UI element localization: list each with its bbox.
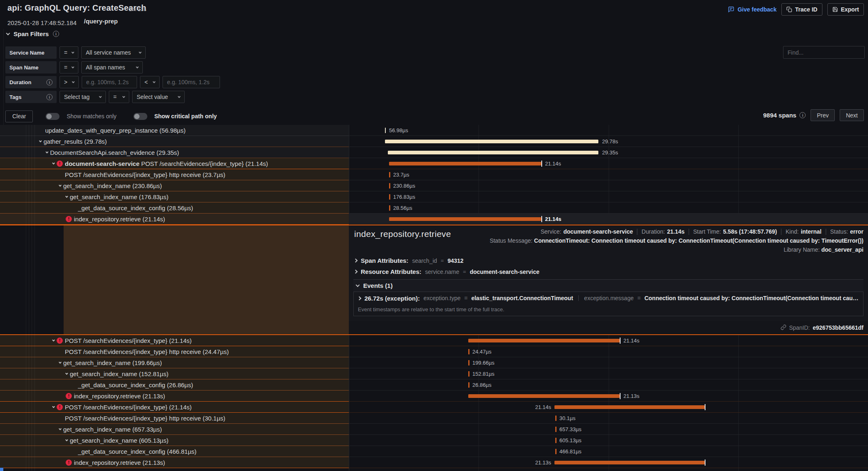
span-row[interactable]: POST /searchEvidences/{index_type} http … — [0, 169, 868, 180]
span-name-cell[interactable]: get_search_index_name (657.33µs) — [0, 424, 349, 435]
chevron-down-icon[interactable] — [65, 438, 68, 441]
span-timeline-cell[interactable]: 28.56µs — [349, 202, 868, 214]
span-name-cell[interactable]: get_search_index_name (176.83µs) — [0, 191, 349, 202]
span-row[interactable]: _get_data_source_index_config (466.81µs)… — [0, 446, 868, 457]
duration-bar[interactable] — [554, 405, 705, 409]
find-input[interactable] — [783, 46, 865, 59]
span-timeline-cell[interactable]: 176.83µs — [349, 191, 868, 202]
span-name-cell[interactable]: !POST /searchEvidences/{index_type} (21.… — [0, 402, 349, 413]
chevron-down-icon[interactable] — [39, 139, 42, 142]
duration-bar[interactable] — [385, 140, 598, 143]
span-row[interactable]: get_search_index_name (230.86µs)230.86µs — [0, 180, 868, 191]
span-row[interactable]: !POST /searchEvidences/{index_type} (21.… — [0, 402, 868, 413]
clear-filters-button[interactable]: Clear — [5, 110, 33, 122]
span-timeline-cell[interactable]: 199.66µs — [349, 357, 868, 368]
span-timeline-cell[interactable]: 29.78s — [349, 136, 868, 147]
duration-max-input[interactable]: e.g. 100ms, 1.2s — [163, 76, 220, 88]
give-feedback-link[interactable]: Give feedback — [728, 6, 776, 13]
duration-bar[interactable] — [468, 339, 620, 342]
duration-tick[interactable] — [555, 427, 557, 432]
span-timeline-cell[interactable]: 21.13s — [349, 457, 868, 468]
span-name-cell[interactable]: POST /searchEvidences/{index_type} http … — [0, 346, 349, 357]
span-name-cell[interactable]: _get_data_source_index_config (466.81µs) — [0, 446, 349, 457]
duration-tick[interactable] — [389, 183, 390, 188]
resource-attributes-row[interactable]: Resource Attributes: service.name=docume… — [354, 268, 539, 275]
show-critical-path-toggle[interactable] — [133, 113, 147, 120]
span-timeline-cell[interactable]: 30.1µs — [349, 413, 868, 424]
span-timeline-cell[interactable]: 466.81µs — [349, 446, 868, 457]
span-name-cell[interactable]: !index_repository.retrieve (21.13s) — [0, 391, 349, 402]
span-name-cell[interactable]: _get_data_source_index_config (26.86µs) — [0, 379, 349, 391]
duration-tick[interactable] — [468, 371, 469, 377]
duration-bar[interactable] — [389, 162, 541, 165]
chevron-down-icon[interactable] — [65, 195, 68, 198]
duration-tick[interactable] — [389, 194, 390, 200]
span-timeline-cell[interactable]: 605.13µs — [349, 435, 868, 446]
span-row[interactable]: update_dates_with_query_prep_instance (5… — [0, 125, 868, 136]
span-timeline-cell[interactable]: 21.14s — [349, 402, 868, 413]
duration-bar[interactable] — [468, 394, 620, 398]
next-match-button[interactable]: Next — [840, 109, 864, 121]
chevron-down-icon[interactable] — [52, 161, 55, 164]
span-row[interactable]: get_search_index_name (152.81µs)152.81µs — [0, 368, 868, 379]
duration-tick[interactable] — [555, 416, 557, 421]
span-name-cell[interactable]: _get_data_source_index_config (28.56µs) — [0, 202, 349, 214]
duration-tick[interactable] — [555, 449, 557, 454]
chevron-down-icon[interactable] — [65, 372, 68, 375]
span-name-cell[interactable]: gather_results (29.78s) — [0, 136, 349, 147]
span-timeline-cell[interactable]: 152.81µs — [349, 368, 868, 379]
span-name-cell[interactable]: POST /searchEvidences/{index_type} http … — [0, 413, 349, 424]
span-row[interactable]: !document-search-service POST /searchEvi… — [0, 158, 868, 169]
span-name-cell[interactable]: get_search_index_name (152.81µs) — [0, 368, 349, 379]
span-name-cell[interactable]: POST /searchEvidences/{index_type} http … — [0, 169, 349, 180]
span-row[interactable]: !POST /searchEvidences/{index_type} (21.… — [0, 335, 868, 346]
span-row[interactable]: DocumentSearchApi.search_evidence (29.35… — [0, 147, 868, 158]
events-header[interactable]: Events (1) — [353, 280, 863, 292]
span-timeline-cell[interactable]: 21.14s — [349, 214, 868, 225]
span-name-cell[interactable]: !POST /searchEvidences/{index_type} (21.… — [0, 335, 349, 346]
span-name-cell[interactable]: update_dates_with_query_prep_instance (5… — [0, 125, 349, 136]
span-name-cell[interactable]: !index_repository.retrieve (21.14s) — [0, 214, 349, 225]
span-row[interactable]: !index_repository.retrieve (21.13s)21.13… — [0, 391, 868, 402]
span-name-operator-select[interactable]: = — [60, 61, 78, 74]
span-name-cell[interactable]: !document-search-service POST /searchEvi… — [0, 158, 349, 169]
chevron-down-icon[interactable] — [59, 184, 62, 186]
duration-lt-operator-select[interactable]: < — [140, 76, 160, 88]
span-row[interactable]: !index_repository.retrieve (21.14s)21.14… — [0, 214, 868, 225]
span-attributes-row[interactable]: Span Attributes: search_id=94312 — [354, 257, 463, 264]
duration-tick[interactable] — [468, 349, 469, 354]
span-row[interactable]: _get_data_source_index_config (26.86µs)2… — [0, 379, 868, 391]
service-name-operator-select[interactable]: = — [60, 46, 78, 59]
duration-tick[interactable] — [389, 172, 390, 177]
show-matches-toggle[interactable] — [46, 113, 60, 120]
duration-gt-operator-select[interactable]: > — [60, 76, 79, 88]
export-button[interactable]: Export — [827, 3, 864, 16]
span-name-cell[interactable]: get_search_index_name (605.13µs) — [0, 435, 349, 446]
span-timeline-cell[interactable]: 21.13s — [349, 391, 868, 402]
span-timeline-cell[interactable]: 657.33µs — [349, 424, 868, 435]
chevron-down-icon[interactable] — [46, 150, 48, 153]
chevron-down-icon[interactable] — [52, 338, 55, 341]
span-name-value-select[interactable]: All span names — [81, 61, 143, 74]
span-id-value[interactable]: e926753bb65661df — [813, 324, 863, 331]
duration-tick[interactable] — [468, 382, 469, 388]
tag-operator-select[interactable]: = — [109, 91, 129, 103]
duration-bar[interactable] — [388, 151, 598, 154]
tag-value-select[interactable]: Select value — [132, 91, 185, 103]
tag-key-select[interactable]: Select tag — [60, 91, 106, 103]
duration-bar[interactable] — [389, 217, 541, 221]
span-timeline-cell[interactable]: 26.86µs — [349, 379, 868, 391]
span-name-cell[interactable]: get_search_index_name (199.66µs) — [0, 357, 349, 368]
span-row[interactable]: POST /searchEvidences/{index_type} http … — [0, 346, 868, 357]
span-row[interactable]: get_search_index_name (605.13µs)605.13µs — [0, 435, 868, 446]
trace-id-button[interactable]: Trace ID — [781, 3, 822, 16]
chevron-down-icon[interactable] — [52, 405, 55, 408]
event-row[interactable]: 26.72s (exception): exception.type=elast… — [354, 292, 863, 304]
duration-min-input[interactable]: e.g. 100ms, 1.2s — [82, 76, 137, 88]
span-timeline-cell[interactable]: 21.14s — [349, 158, 868, 169]
duration-bar[interactable] — [554, 461, 705, 464]
span-timeline-cell[interactable]: 230.86µs — [349, 180, 868, 191]
span-filters-header[interactable]: Span Filters i — [7, 30, 59, 37]
span-row[interactable]: POST /searchEvidences/{index_type} http … — [0, 413, 868, 424]
span-row[interactable]: gather_results (29.78s)29.78s — [0, 136, 868, 147]
